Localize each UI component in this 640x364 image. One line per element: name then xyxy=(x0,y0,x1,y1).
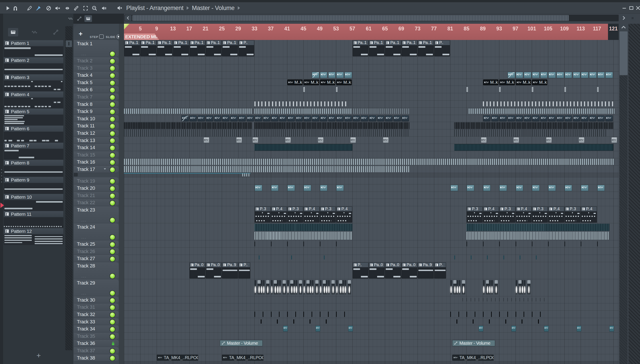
clip-stem[interactable] xyxy=(258,280,261,294)
track-mute-led[interactable] xyxy=(109,304,116,311)
audio-clip[interactable] xyxy=(516,185,523,191)
pattern-item-header[interactable]: Pattern 2 xyxy=(4,57,64,64)
audio-clip[interactable] xyxy=(320,72,328,78)
clip-tick[interactable] xyxy=(489,320,490,324)
track-name-plate[interactable]: Track 32 xyxy=(74,311,119,318)
audio-clip[interactable] xyxy=(393,116,401,122)
clip-tick[interactable] xyxy=(505,320,506,324)
automation-line[interactable] xyxy=(124,173,251,174)
pattern-clip[interactable]: P..3 xyxy=(499,206,515,222)
audio-clip-small[interactable] xyxy=(611,137,617,143)
audio-clip[interactable] xyxy=(181,116,189,122)
clip-striped-band[interactable] xyxy=(255,144,352,150)
clip-tick[interactable] xyxy=(473,320,474,324)
playlist-track-row[interactable] xyxy=(124,57,619,64)
audio-clip[interactable] xyxy=(556,72,564,78)
track-mute-led[interactable] xyxy=(109,200,116,206)
audio-clip[interactable] xyxy=(344,116,352,122)
clip-stem[interactable] xyxy=(339,280,342,294)
clip-tick[interactable] xyxy=(516,312,516,317)
playlist-track-row[interactable]: M..kM..kM..kM..kM..kM..kM..kM..k xyxy=(124,79,619,86)
pattern-clip[interactable]: Pa..0 xyxy=(401,262,417,278)
audio-clip[interactable] xyxy=(597,72,605,78)
clip-striped-band[interactable] xyxy=(454,122,613,129)
pattern-clip[interactable]: P..4 xyxy=(516,206,532,222)
audio-clip[interactable] xyxy=(230,116,238,122)
track-name-plate[interactable]: Track 27 xyxy=(74,255,119,262)
clip-stem[interactable] xyxy=(299,280,302,294)
track-mute-led[interactable] xyxy=(109,159,116,166)
clip-stem[interactable] xyxy=(261,280,263,294)
playlist-track-row[interactable] xyxy=(124,318,619,326)
pattern-clip[interactable]: Pa..1 xyxy=(401,40,417,56)
audio-clip-teal-small[interactable] xyxy=(609,326,614,332)
pattern-clip[interactable]: Pa..1 xyxy=(189,40,205,56)
track-mute-led[interactable] xyxy=(109,334,116,340)
clip-striped-band[interactable] xyxy=(255,122,409,129)
clip-tick[interactable] xyxy=(463,298,463,302)
clip-tick[interactable] xyxy=(271,312,272,317)
clip-stem[interactable] xyxy=(315,280,318,294)
track-name-plate[interactable]: Track 10 xyxy=(74,115,119,122)
audio-clip[interactable] xyxy=(499,185,507,191)
pattern-item[interactable]: Pattern 4 xyxy=(4,91,64,108)
track-mute-led[interactable] xyxy=(109,312,116,318)
track-mute-led[interactable] xyxy=(109,130,116,137)
breadcrumb-playlist[interactable]: Playlist - Arrangement xyxy=(126,5,183,12)
playlist-track-row[interactable] xyxy=(124,151,619,158)
clip-tick[interactable] xyxy=(507,312,508,317)
track-lock-icon[interactable] xyxy=(110,340,116,346)
pattern-clip[interactable]: P..4 xyxy=(581,206,597,222)
audio-clip[interactable] xyxy=(336,185,344,191)
clip-stem[interactable] xyxy=(348,280,351,294)
track-mute-led[interactable] xyxy=(109,87,116,93)
track-name-plate[interactable]: Track 2 xyxy=(74,57,119,64)
clip-tick[interactable] xyxy=(532,298,532,302)
clip-stem[interactable] xyxy=(296,280,297,294)
audio-clip[interactable] xyxy=(565,185,572,191)
audio-clip-mk[interactable]: M..k xyxy=(532,80,547,85)
pattern-item[interactable]: Pattern 8 xyxy=(4,160,64,177)
pattern-clip[interactable]: P..4 xyxy=(336,206,352,222)
picker-tab-wave[interactable] xyxy=(29,28,40,36)
song-mode-speaker-icon[interactable] xyxy=(116,5,123,11)
audio-clip[interactable] xyxy=(214,116,222,122)
pattern-clip[interactable]: P.. xyxy=(434,262,446,278)
audio-clip[interactable] xyxy=(344,72,352,78)
playlist-track-row[interactable] xyxy=(124,304,619,311)
audio-clip[interactable] xyxy=(336,72,344,78)
playlist-track-row[interactable]: Pa..1Pa..1Pa..1Pa..1Pa..1Pa..1Pa..1P..Pa… xyxy=(124,40,619,57)
clip-striped-band[interactable] xyxy=(255,130,409,136)
playlist-track-row[interactable] xyxy=(124,223,619,240)
track-name-plate[interactable]: Track 30 xyxy=(74,296,119,304)
track-name-plate[interactable]: Track 4 xyxy=(74,72,119,79)
clip-stem[interactable] xyxy=(255,280,256,294)
track-name-plate[interactable]: Track 22 xyxy=(74,199,119,206)
track-name-plate[interactable]: Track 3 xyxy=(74,64,119,72)
clip-striped-band[interactable] xyxy=(124,122,252,129)
pattern-clip[interactable]: P.. xyxy=(434,40,450,56)
stretch-tool-icon[interactable] xyxy=(64,5,70,11)
track-mute-led[interactable] xyxy=(109,65,116,72)
clip-sliver[interactable] xyxy=(303,87,305,92)
audio-clip[interactable] xyxy=(540,116,548,122)
pattern-item-header[interactable]: Pattern 4 xyxy=(4,91,64,98)
playlist-grid[interactable]: Pa..1Pa..1Pa..1Pa..1Pa..1Pa..1Pa..1P..Pa… xyxy=(124,40,619,364)
view-tab-piano[interactable] xyxy=(84,15,92,22)
audio-clip-small[interactable] xyxy=(236,137,242,143)
clip-tick[interactable] xyxy=(528,298,528,302)
pattern-clip[interactable]: P..3 xyxy=(532,206,548,222)
clip-striped-band[interactable] xyxy=(124,166,409,172)
audio-clip-small[interactable] xyxy=(350,137,356,143)
clip-tick[interactable] xyxy=(495,298,496,302)
pattern-item[interactable]: Pattern 7 xyxy=(4,142,64,160)
track-mute-led[interactable] xyxy=(109,326,116,332)
clip-stem[interactable] xyxy=(453,280,457,294)
clip-tick[interactable] xyxy=(277,320,278,324)
vertical-scrollbar-handle[interactable] xyxy=(619,32,627,75)
clip-tick[interactable] xyxy=(255,242,255,246)
audio-clip[interactable] xyxy=(377,116,385,122)
track-mute-led[interactable] xyxy=(109,355,116,361)
audio-clip[interactable] xyxy=(296,116,303,122)
audio-clip-small[interactable] xyxy=(579,137,584,143)
